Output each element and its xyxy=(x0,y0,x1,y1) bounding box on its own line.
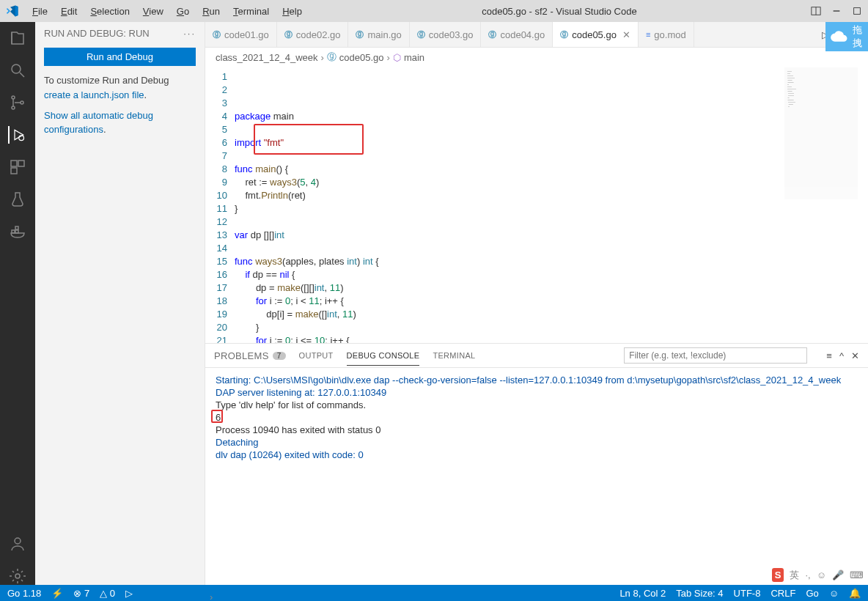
go-file-icon: ⓖ xyxy=(560,29,568,40)
sidebar-more-icon[interactable]: ··· xyxy=(183,28,196,39)
panel-collapse-icon[interactable]: ^ xyxy=(839,350,844,361)
tab-main-go[interactable]: ⓖmain.go xyxy=(348,22,409,47)
svg-rect-11 xyxy=(18,161,24,166)
status-go-version[interactable]: Go 1.18 xyxy=(7,588,41,599)
code-editor[interactable]: 123456789101112131415161718192021 packag… xyxy=(205,67,868,343)
tab-terminal[interactable]: TERMINAL xyxy=(433,351,475,360)
svg-point-6 xyxy=(12,96,15,99)
tab-code01-go[interactable]: ⓖcode01.go xyxy=(205,22,277,47)
tab-problems[interactable]: PROBLEMS7 xyxy=(214,350,286,361)
activitybar xyxy=(0,22,35,585)
mod-file-icon: ≡ xyxy=(646,30,650,39)
testing-icon[interactable] xyxy=(9,191,26,208)
run-and-debug-button[interactable]: Run and Debug xyxy=(44,48,196,66)
svg-rect-15 xyxy=(15,226,18,229)
create-launch-link[interactable]: create a launch.json file xyxy=(44,89,144,100)
svg-point-4 xyxy=(12,64,21,73)
explorer-icon[interactable] xyxy=(9,29,26,47)
svg-rect-12 xyxy=(11,168,17,174)
emoji-icon[interactable]: ☺ xyxy=(817,569,826,580)
search-icon[interactable] xyxy=(9,62,26,79)
titlebar: File Edit Selection View Go Run Terminal… xyxy=(0,0,868,22)
mic-icon[interactable]: 🎤 xyxy=(832,569,844,580)
run-debug-icon[interactable] xyxy=(8,126,26,144)
svg-rect-3 xyxy=(854,8,861,15)
svg-point-16 xyxy=(15,538,21,544)
tab-code02-go[interactable]: ⓖcode02.go xyxy=(277,22,349,47)
menu-run[interactable]: Run xyxy=(196,3,226,20)
keyboard-icon[interactable]: ⌨ xyxy=(850,569,864,580)
extensions-icon[interactable] xyxy=(9,158,26,176)
clear-console-icon[interactable]: ≡ xyxy=(826,350,832,361)
tab-go-mod[interactable]: ≡go.mod xyxy=(639,22,694,47)
chevron-right-icon[interactable]: › xyxy=(210,591,213,602)
panel-close-icon[interactable]: ✕ xyxy=(851,350,859,361)
svg-rect-10 xyxy=(11,161,17,166)
line-numbers: 123456789101112131415161718192021 xyxy=(205,67,235,343)
tab-debug-console[interactable]: DEBUG CONSOLE xyxy=(347,351,420,366)
panel-filter-input[interactable] xyxy=(624,347,807,364)
go-file-icon: ⓖ xyxy=(213,29,221,40)
svg-line-5 xyxy=(20,73,24,77)
menubar: File Edit Selection View Go Run Terminal… xyxy=(26,3,308,20)
bottom-panel: PROBLEMS7 OUTPUT DEBUG CONSOLE TERMINAL … xyxy=(205,343,868,585)
debug-console-output[interactable]: Starting: C:\Users\MSI\go\bin\dlv.exe da… xyxy=(205,368,868,585)
close-icon[interactable]: ✕ xyxy=(622,29,630,40)
settings-gear-icon[interactable] xyxy=(9,567,26,585)
chevron-right-icon: › xyxy=(387,52,390,63)
status-errors[interactable]: ⊗ 7 xyxy=(73,588,89,599)
status-sync-icon[interactable]: ⚡ xyxy=(51,588,63,599)
svg-point-8 xyxy=(21,101,23,104)
go-file-icon: ⓖ xyxy=(356,29,364,40)
sidebar-title: RUN AND DEBUG: RUN xyxy=(44,28,150,39)
tab-code03-go[interactable]: ⓖcode03.go xyxy=(410,22,482,47)
menu-go[interactable]: Go xyxy=(171,3,195,20)
menu-selection[interactable]: Selection xyxy=(84,3,135,20)
ime-toolbar[interactable]: S 英 ·, ☺ 🎤 ⌨ xyxy=(772,568,864,582)
svg-point-17 xyxy=(15,574,20,578)
go-file-icon: ⓖ xyxy=(327,51,336,64)
sidebar-run-debug: RUN AND DEBUG: RUN ··· Run and Debug To … xyxy=(35,22,205,585)
tab-code05-go[interactable]: ⓖcode05.go✕ xyxy=(553,22,639,47)
menu-edit[interactable]: Edit xyxy=(55,3,83,20)
show-auto-debug-link[interactable]: Show all automatic debug configurations xyxy=(44,110,153,136)
maximize-icon[interactable] xyxy=(852,6,862,16)
menu-file[interactable]: File xyxy=(26,3,54,20)
menu-help[interactable]: Help xyxy=(276,3,308,20)
window-title: code05.go - sf2 - Visual Studio Code xyxy=(308,6,811,17)
minimap[interactable]: ▬▬▬▬▬▬▬▬▬▬▬▬▬▬ ▬▬▬ ▬▬▬▬▬▬▬▬▬▬▬▬▬▬ ▬▬▬ ▬▬… xyxy=(784,67,858,199)
cloud-float-icon[interactable]: 拖拽 xyxy=(825,22,868,51)
status-debug-icon[interactable]: ▷ xyxy=(125,588,133,599)
editor-tabs: ⓖcode01.goⓖcode02.goⓖmain.goⓖcode03.goⓖc… xyxy=(205,22,868,48)
svg-point-7 xyxy=(12,106,15,109)
docker-icon[interactable] xyxy=(9,223,26,240)
go-file-icon: ⓖ xyxy=(284,29,293,40)
menu-terminal[interactable]: Terminal xyxy=(227,3,275,20)
status-warnings[interactable]: △ 0 xyxy=(100,588,115,599)
tab-output[interactable]: OUTPUT xyxy=(299,351,334,360)
chevron-right-icon: › xyxy=(321,52,324,63)
go-file-icon: ⓖ xyxy=(417,29,425,40)
editor-area: ⓖcode01.goⓖcode02.goⓖmain.goⓖcode03.goⓖc… xyxy=(205,22,868,585)
accounts-icon[interactable] xyxy=(9,535,26,553)
source-control-icon[interactable] xyxy=(9,94,26,111)
go-file-icon: ⓖ xyxy=(488,29,496,40)
sidebar-hint-1: To customize Run and Debug create a laun… xyxy=(35,73,205,108)
sidebar-hint-2: Show all automatic debug configurations. xyxy=(35,108,205,144)
tab-code04-go[interactable]: ⓖcode04.go xyxy=(481,22,553,47)
vscode-logo-icon xyxy=(6,4,19,18)
layout-icon[interactable] xyxy=(811,6,821,16)
minimize-icon[interactable] xyxy=(831,6,842,16)
breadcrumb[interactable]: class_2021_12_4_week › ⓖ code05.go › ⬡ m… xyxy=(205,48,868,67)
symbol-function-icon: ⬡ xyxy=(393,52,401,63)
code-content[interactable]: package main import "fmt" func main() { … xyxy=(235,67,868,343)
menu-view[interactable]: View xyxy=(137,3,169,20)
sogou-logo-icon: S xyxy=(772,568,784,582)
